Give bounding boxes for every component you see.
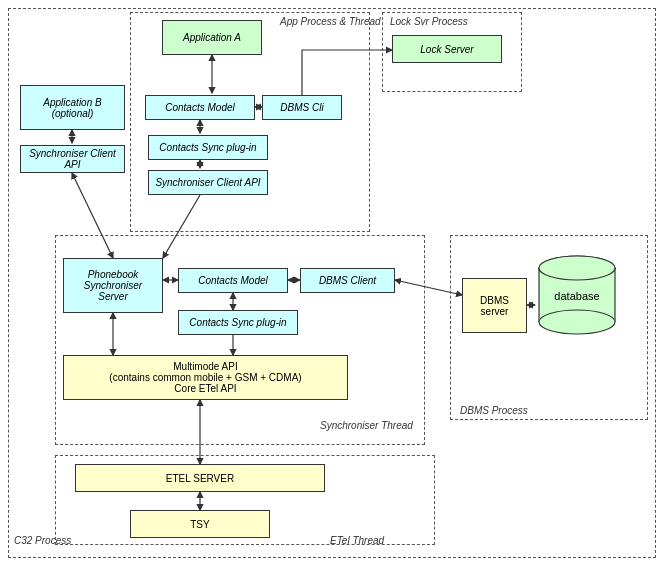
lock-server-box: Lock Server [392,35,502,63]
contacts-model-mid-box: Contacts Model [178,268,288,293]
svg-point-5 [539,256,615,280]
application-a-box: Application A [162,20,262,55]
phonebook-sync-box: Phonebook Synchroniser Server [63,258,163,313]
dbms-client-mid-box: DBMS Client [300,268,395,293]
sync-client-api-top-box: Synchroniser Client API [148,170,268,195]
dbms-server-box: DBMS server [462,278,527,333]
app-process-label: App Process & Thread [280,16,381,27]
application-b-box: Application B (optional) [20,85,125,130]
lock-svr-label: Lock Svr Process [390,16,468,27]
sync-client-api-b-box: Synchroniser Client API [20,145,125,173]
contacts-sync-mid-box: Contacts Sync plug-in [178,310,298,335]
database-box: database [535,250,620,340]
multimode-api-box: Multimode API (contains common mobile + … [63,355,348,400]
diagram: C32 Process App Process & Thread Lock Sv… [0,0,665,568]
etel-thread-label: ETel Thread [330,535,384,546]
dbms-process-label: DBMS Process [460,405,528,416]
svg-point-4 [539,310,615,334]
contacts-model-top-box: Contacts Model [145,95,255,120]
tsy-box: TSY [130,510,270,538]
contacts-sync-top-box: Contacts Sync plug-in [148,135,268,160]
etel-server-box: ETEL SERVER [75,464,325,492]
sync-thread-label: Synchroniser Thread [320,420,413,431]
dbms-cli-top-box: DBMS Cli [262,95,342,120]
svg-text:database: database [554,290,599,302]
